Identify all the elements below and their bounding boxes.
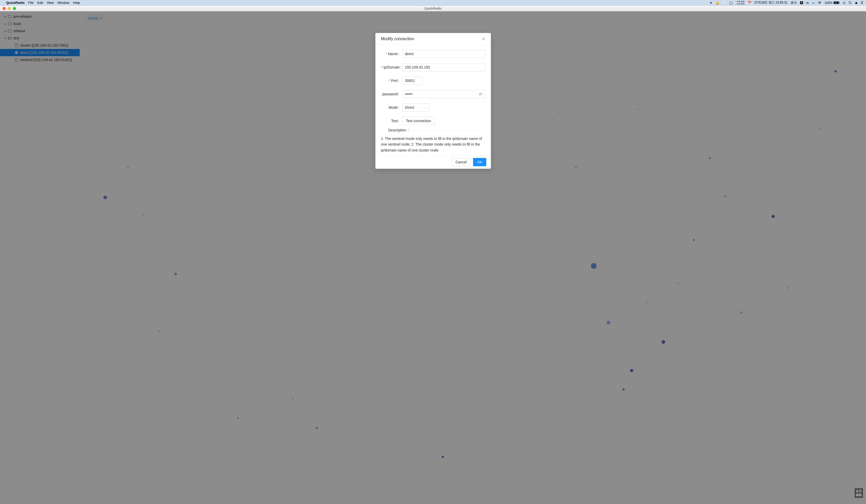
svg-point-3 <box>849 1 851 3</box>
menubar-view[interactable]: View <box>47 1 54 5</box>
window-title: QuickRedis <box>0 7 866 10</box>
bell-icon[interactable]: 🔔 <box>715 1 719 5</box>
menubar-app-name[interactable]: QuickRedis <box>6 1 25 5</box>
mode-select[interactable]: Direct ⌄ <box>402 103 429 112</box>
paper-plane-icon[interactable]: ➤ <box>710 1 712 5</box>
modal-title: Modify connection <box>381 36 414 41</box>
search-icon[interactable] <box>848 1 852 4</box>
modify-connection-modal: Modify connection ✕ Name: Ip/Domain: Por… <box>375 33 491 169</box>
battery-status[interactable]: 100% <box>824 1 840 5</box>
svg-rect-2 <box>839 2 840 3</box>
upgrade-badge[interactable]: 去升 级啦 <box>855 488 863 498</box>
mouse-icon[interactable]: ⚪ <box>722 1 726 5</box>
menubar-weather[interactable]: 多云 <box>791 1 797 5</box>
test-label: Test: <box>381 119 402 123</box>
menubar-edit[interactable]: Edit <box>37 1 43 5</box>
password-label: password: <box>381 92 402 96</box>
test-connection-button[interactable]: Test connection <box>402 117 435 125</box>
description-text: 1. The sentinel mode only needs to fill … <box>381 136 485 153</box>
macos-menubar: QuickRedis File Edit View Window Help ➤ … <box>0 0 866 5</box>
mode-label: Mode: <box>381 105 402 110</box>
menubar-datetime[interactable]: 07月29日 周三 23:55:31 <box>755 1 788 5</box>
network-speed: 0.5 K/s 0.0 K/s <box>736 1 745 5</box>
circle-icon[interactable]: ◯ <box>729 1 733 5</box>
modal-mask: Modify connection ✕ Name: Ip/Domain: Por… <box>0 11 866 504</box>
window-titlebar: QuickRedis <box>0 5 866 11</box>
ip-label: Ip/Domain: <box>381 65 402 69</box>
svg-line-4 <box>851 3 851 4</box>
sync-icon[interactable]: ⇆ <box>806 1 809 5</box>
calendar-icon[interactable]: 📅 <box>748 1 752 5</box>
siri-icon[interactable]: ◉ <box>855 1 857 5</box>
close-icon[interactable]: ✕ <box>482 36 485 41</box>
name-input[interactable] <box>402 50 485 58</box>
mode-value: Direct <box>405 105 414 110</box>
ip-input[interactable] <box>402 63 485 71</box>
menubar-help[interactable]: Help <box>73 1 80 5</box>
description-label: Description： <box>381 128 410 133</box>
menu-icon[interactable]: ☰ <box>861 1 863 5</box>
eye-invisible-icon[interactable] <box>478 92 482 96</box>
menubar-window[interactable]: Window <box>57 1 69 5</box>
password-input[interactable] <box>402 90 485 98</box>
menubar-file[interactable]: File <box>29 1 34 5</box>
cancel-button[interactable]: Cancel <box>452 158 471 166</box>
wifi-icon[interactable] <box>818 1 821 4</box>
port-label: Port: <box>381 79 402 83</box>
chevron-down-icon: ⌄ <box>424 106 426 109</box>
port-input[interactable] <box>402 77 422 85</box>
display-icon[interactable]: ▭ <box>812 1 815 5</box>
description-divider: Description： <box>381 128 485 133</box>
clock-icon[interactable]: ◷ <box>843 1 845 5</box>
name-label: Name: <box>381 52 402 56</box>
ok-button[interactable]: OK <box>473 158 486 166</box>
ime-indicator[interactable]: A <box>800 1 803 4</box>
